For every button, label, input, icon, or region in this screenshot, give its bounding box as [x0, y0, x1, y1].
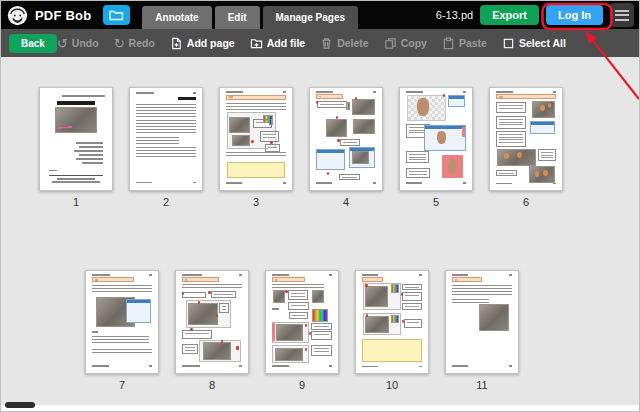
sketch-line — [373, 182, 376, 184]
sketch-red — [272, 323, 274, 341]
sketch-line — [79, 154, 103, 156]
sketch-photo — [352, 151, 369, 164]
sketch-line — [76, 142, 103, 144]
page-thumbnail-5[interactable] — [399, 87, 473, 191]
page-thumbnail-8[interactable] — [175, 270, 249, 374]
tool-add-page[interactable]: Add page — [170, 37, 235, 50]
login-button[interactable]: Log In — [546, 5, 603, 25]
sketch-line — [193, 92, 196, 94]
sketch-line — [406, 182, 422, 184]
sketch-callout — [288, 290, 308, 299]
delete-icon — [320, 37, 333, 50]
sketch-line — [406, 91, 423, 93]
tool-label: Copy — [401, 37, 427, 49]
sketch-callout — [496, 131, 526, 147]
sketch-callout — [339, 174, 361, 180]
page-cell: 1 — [39, 87, 113, 208]
sketch-para — [136, 147, 196, 157]
page-cell: 2 — [129, 87, 203, 208]
tab-edit[interactable]: Edit — [215, 6, 260, 29]
page-thumbnail-2[interactable] — [129, 87, 203, 191]
tool-add-file[interactable]: Add file — [250, 37, 306, 50]
sketch-line — [419, 366, 422, 367]
sketch-banner — [362, 277, 384, 282]
sketch-callout — [406, 168, 430, 178]
sketch-line — [283, 91, 286, 93]
sketch-callout — [538, 149, 557, 161]
page-thumbnail-3[interactable] — [219, 87, 293, 191]
sketch-callout — [340, 139, 360, 146]
export-button[interactable]: Export — [480, 5, 539, 25]
sketch-photo — [326, 119, 348, 137]
sketch-pink — [58, 124, 73, 130]
sketch-photo — [188, 303, 218, 325]
sketch-line — [226, 182, 242, 184]
sketch-callout — [402, 292, 422, 300]
sketch-dot — [236, 346, 238, 349]
page-thumbnail-9[interactable] — [265, 270, 339, 374]
sketch-line — [92, 331, 98, 333]
sketch-dot — [337, 139, 339, 142]
back-button[interactable]: Back — [9, 34, 57, 53]
sketch-note — [227, 162, 285, 177]
tab-manage-pages[interactable]: Manage Pages — [263, 6, 358, 29]
tool-redo: ↻Redo — [114, 37, 155, 50]
sketch-callout — [317, 101, 347, 108]
page-cell: 7 — [85, 270, 159, 391]
page-thumbnail-11[interactable] — [445, 270, 519, 374]
sketch-para — [92, 349, 152, 355]
mode-tabs: Annotate Edit Manage Pages — [142, 6, 358, 29]
open-file-button[interactable] — [103, 5, 130, 25]
topbar-right: 6-13.pd Export Log In — [436, 3, 639, 27]
tab-annotate[interactable]: Annotate — [142, 6, 211, 29]
sketch-para — [272, 284, 324, 288]
sketch-line — [272, 365, 289, 367]
sketch-face — [417, 98, 429, 115]
tool-delete: Delete — [320, 37, 369, 50]
sketch-line — [272, 274, 289, 276]
sketch-line — [316, 91, 333, 93]
sketch-odot — [517, 152, 521, 158]
sketch-line — [226, 91, 243, 93]
sketch-para — [136, 120, 196, 134]
tool-label: Undo — [72, 37, 99, 49]
page-cell: 9 — [265, 270, 339, 391]
sketch-callout — [211, 291, 237, 297]
page-thumbnail-1[interactable] — [39, 87, 113, 191]
sketch-line — [329, 365, 332, 367]
sketch-banner — [92, 277, 134, 282]
page-thumbnail-7[interactable] — [85, 270, 159, 374]
page-thumbnail-6[interactable] — [489, 87, 563, 191]
sketch-callout — [288, 302, 310, 310]
sketch-palette — [346, 102, 350, 110]
sketch-para — [226, 152, 286, 158]
sketch-photo — [273, 290, 285, 302]
pdf-bob-logo-icon — [7, 5, 28, 26]
page-thumbnail-4[interactable] — [309, 87, 383, 191]
hamburger-menu-icon[interactable] — [610, 3, 634, 27]
tool-select-all[interactable]: Select All — [502, 37, 566, 50]
toolbar-group: ↺Undo↻RedoAdd pageAdd fileDeleteCopyPast… — [57, 37, 566, 50]
page-number: 2 — [129, 196, 203, 208]
page-number: 8 — [175, 379, 249, 391]
sketch-palette — [391, 315, 400, 323]
sketch-banner — [226, 95, 286, 101]
page-thumbnail-10[interactable] — [355, 270, 429, 374]
page-cell: 5 — [399, 87, 473, 208]
sketch-callout — [311, 323, 333, 330]
sketch-line — [92, 365, 109, 367]
sketch-odot — [504, 153, 508, 159]
sketch-photo — [232, 135, 251, 146]
page-number: 4 — [309, 196, 383, 208]
sketch-dot — [198, 301, 200, 304]
sketch-photo — [276, 324, 303, 341]
sketch-line — [239, 365, 242, 367]
sketch-line — [272, 308, 279, 310]
sketch-callout — [404, 319, 423, 328]
horizontal-scrollbar-thumb[interactable] — [5, 402, 35, 408]
sketch-callout — [311, 331, 333, 340]
sketch-para — [182, 284, 242, 290]
sketch-callout — [402, 284, 422, 290]
sketch-odot — [535, 171, 539, 177]
page-cell: 4 — [309, 87, 383, 208]
